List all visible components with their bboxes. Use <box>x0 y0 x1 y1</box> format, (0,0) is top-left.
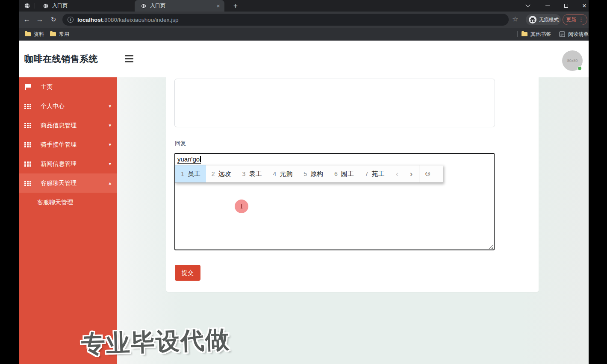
candidate-text: 园工 <box>341 170 354 178</box>
browser-window: 入口页 × 入口页 × + × ← → ↻ i localhost <box>19 0 589 364</box>
ime-candidate-3[interactable]: 3 袁工 <box>237 165 268 182</box>
window-close-button[interactable]: × <box>578 0 591 12</box>
folder-icon <box>50 32 56 36</box>
address-bar[interactable]: i localhost:8080/kafeixiaoshou/index.jsp <box>62 14 509 26</box>
sidebar-item-label: 个人中心 <box>41 103 65 110</box>
new-tab-button[interactable]: + <box>230 1 241 11</box>
folder-icon <box>25 32 31 36</box>
window-minimize-button[interactable] <box>541 0 554 12</box>
globe-icon <box>43 3 49 9</box>
hamburger-menu-icon[interactable] <box>125 55 133 62</box>
bookmarks-bar: 资料 常用 其他书签 阅读清单 <box>19 28 589 41</box>
divider <box>555 31 555 37</box>
watermark-text: 专业毕设代做 <box>81 323 230 361</box>
candidate-number: 7 <box>365 170 368 177</box>
ime-candidate-4[interactable]: 4 元购 <box>267 165 298 182</box>
ime-prev-page-icon[interactable]: ‹ <box>390 165 404 182</box>
sidebar-item-news-info[interactable]: 新闻信息管理 ▾ <box>19 154 117 173</box>
back-button[interactable]: ← <box>21 15 32 25</box>
sidebar-item-label: 主页 <box>41 83 53 91</box>
update-label[interactable]: 更新 <box>566 16 577 23</box>
candidate-number: 5 <box>304 170 307 177</box>
reload-button[interactable]: ↻ <box>48 15 59 25</box>
sidebar-item-label: 客服聊天管理 <box>41 179 77 187</box>
flag-icon <box>24 84 32 90</box>
sidebar-subitem-customer-service-chat[interactable]: 客服聊天管理 <box>19 193 117 212</box>
bookmark-star-icon[interactable]: ☆ <box>512 15 518 23</box>
sidebar-item-product-info[interactable]: 商品信息管理 ▾ <box>19 116 117 135</box>
candidate-text: 原构 <box>310 170 323 178</box>
incognito-icon <box>529 16 536 23</box>
web-page: 咖啡在线销售系统 80x80 主页 个人中心 ▾ 商品信息管理 <box>19 41 589 364</box>
reading-list-icon <box>559 31 565 37</box>
candidate-text: 袁工 <box>249 170 262 178</box>
tab-label: 入口页 <box>150 2 213 9</box>
chat-display-box <box>174 79 495 127</box>
reply-form-card: 回复 yuan'go 1 员工 2 远攻 <box>166 77 539 292</box>
grid-icon <box>24 161 32 167</box>
reply-textarea[interactable]: yuan'go 1 员工 2 远攻 3 <box>174 153 495 250</box>
chevron-down-icon: ▾ <box>109 161 111 167</box>
ime-composition-text: yuan'go <box>177 156 201 164</box>
grid-icon <box>24 103 32 109</box>
other-bookmarks-label: 其他书签 <box>530 31 551 38</box>
submit-button[interactable]: 提交 <box>175 265 200 281</box>
browser-update-button[interactable]: 更新 ⋮ <box>563 14 587 25</box>
incognito-badge: 无痕模式 <box>526 14 561 25</box>
globe-icon[interactable] <box>24 3 30 9</box>
ime-next-page-icon[interactable]: › <box>404 165 418 182</box>
sidebar-item-home[interactable]: 主页 <box>19 77 117 97</box>
tab-divider <box>35 3 35 9</box>
sidebar-item-label: 新闻信息管理 <box>41 160 77 168</box>
chevron-up-icon: ▴ <box>109 180 111 186</box>
globe-icon <box>141 3 147 9</box>
ime-candidate-7[interactable]: 7 苑工 <box>359 165 390 182</box>
url-host: localhost <box>77 17 103 23</box>
ime-candidate-window: 1 员工 2 远攻 3 袁工 <box>175 165 443 183</box>
ime-candidate-1[interactable]: 1 员工 <box>175 165 206 182</box>
window-restore-button[interactable] <box>560 0 572 12</box>
site-info-icon[interactable]: i <box>68 17 74 23</box>
url-path: :8080/kafeixiaoshou/index.jsp <box>103 17 178 23</box>
url-text: localhost:8080/kafeixiaoshou/index.jsp <box>77 17 178 23</box>
reply-field-label: 回复 <box>175 140 186 147</box>
ime-emoji-icon[interactable]: ☺ <box>419 165 436 182</box>
sidebar-item-label: 商品信息管理 <box>41 122 77 129</box>
chevron-down-icon: ▾ <box>109 123 111 128</box>
ime-candidate-2[interactable]: 2 远攻 <box>206 165 237 182</box>
tab-label: 入口页 <box>52 2 132 9</box>
main-content: 回复 yuan'go 1 员工 2 远攻 <box>117 77 589 364</box>
candidate-number: 1 <box>181 170 184 177</box>
online-status-dot <box>578 66 582 70</box>
ime-candidate-6[interactable]: 6 园工 <box>329 165 359 182</box>
sidebar-item-customer-service-chat[interactable]: 客服聊天管理 ▴ <box>19 173 117 193</box>
candidate-number: 2 <box>212 170 215 177</box>
other-bookmarks-button[interactable]: 其他书签 <box>522 31 551 38</box>
grid-icon <box>24 180 32 186</box>
candidate-number: 3 <box>242 170 246 177</box>
bookmark-folder-changyong[interactable]: 常用 <box>50 31 69 38</box>
bookmark-folder-ziliao[interactable]: 资料 <box>25 31 44 38</box>
tab-strip: 入口页 × 入口页 × + × <box>19 0 589 12</box>
grid-icon <box>24 142 32 148</box>
chevron-down-icon: ▾ <box>109 142 111 147</box>
bookmarks-right-group: 其他书签 阅读清单 <box>513 28 589 41</box>
tab-entry-page-2-active[interactable]: 入口页 × <box>135 0 224 12</box>
sidebar-item-personal-center[interactable]: 个人中心 ▾ <box>19 97 117 116</box>
forward-button[interactable]: → <box>34 15 45 25</box>
tab-close-icon[interactable]: × <box>216 3 220 9</box>
desktop-background: 入口页 × 入口页 × + × ← → ↻ i localhost <box>0 0 607 364</box>
tab-entry-page-1[interactable]: 入口页 × <box>37 0 144 12</box>
sidebar-item-rider-orders[interactable]: 骑手接单管理 ▾ <box>19 135 117 154</box>
kebab-menu-icon[interactable]: ⋮ <box>579 17 584 23</box>
sidebar-nav: 主页 个人中心 ▾ 商品信息管理 ▾ 骑手接单管理 ▾ <box>19 77 117 364</box>
candidate-number: 6 <box>334 170 338 177</box>
window-menu-chevron-icon[interactable] <box>522 0 534 12</box>
textarea-resize-handle[interactable] <box>489 244 493 249</box>
app-header: 咖啡在线销售系统 80x80 <box>19 41 589 77</box>
ime-candidate-5[interactable]: 5 原构 <box>298 165 329 182</box>
recorded-cursor-ibeam: I <box>235 200 248 213</box>
reading-list-button[interactable]: 阅读清单 <box>568 31 589 38</box>
candidate-text: 元购 <box>280 170 292 178</box>
browser-toolbar: ← → ↻ i localhost:8080/kafeixiaoshou/ind… <box>19 12 589 28</box>
